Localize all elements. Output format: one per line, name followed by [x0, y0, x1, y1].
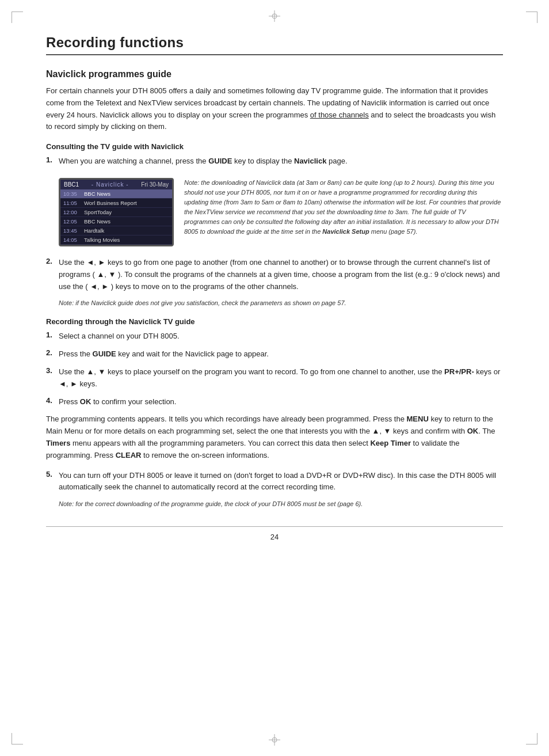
- step-r2-after: key and wait for the Naviclick page to a…: [116, 349, 269, 358]
- step-r1-item: 1. Select a channel on your DTH 8005.: [46, 330, 503, 343]
- para2-m5: to remove the on-screen informations.: [141, 451, 269, 459]
- tv-time-4: 12:05: [63, 218, 84, 225]
- tv-time-2: 11:05: [63, 200, 84, 206]
- tv-prog-6: Talking Movies: [84, 237, 120, 243]
- para2-before: The programming contents appears. It tel…: [46, 415, 407, 423]
- step-r3-text: Use the ▲, ▼ keys to place yourself on t…: [59, 367, 444, 376]
- step-r4-before: Press: [59, 397, 80, 406]
- step-r1-content: Select a channel on your DTH 8005.: [59, 330, 503, 343]
- tv-channel: BBC1: [64, 181, 79, 188]
- para2-b2: OK: [467, 427, 479, 435]
- corner-mark-bl: [12, 733, 23, 744]
- tv-prog-1: BBC News: [84, 191, 110, 197]
- title-rule: [46, 54, 503, 55]
- para2-b3: Timers: [46, 439, 70, 447]
- tv-screen: BBC1 - Naviclick - Fri 30-May 10:35 BBC …: [59, 178, 174, 246]
- step-r1-num: 1.: [46, 330, 59, 343]
- subheading-consulting: Consulting the TV guide with Naviclick: [46, 142, 503, 151]
- step-r4-item: 4. Press OK to confirm your selection.: [46, 396, 503, 408]
- step1-text-end: page.: [326, 157, 347, 165]
- step-r2-before: Press the: [59, 349, 93, 358]
- para2-b5: CLEAR: [116, 451, 142, 459]
- step-r3-item: 3. Use the ▲, ▼ keys to place yourself o…: [46, 366, 503, 390]
- step-r4-bold: OK: [80, 397, 92, 406]
- step-r5-item: 5. You can turn off your DTH 8005 or lea…: [46, 470, 503, 494]
- tv-row-1: 10:35 BBC News: [60, 189, 172, 199]
- tv-row-6: 14:05 Talking Movies: [60, 235, 172, 245]
- tv-nav-title: - Naviclick -: [92, 181, 129, 188]
- note-2: Note: if the Naviclick guide does not gi…: [59, 298, 503, 308]
- step-r3-num: 3.: [46, 366, 59, 390]
- section-heading-naviclick: Naviclick programmes guide: [46, 69, 503, 79]
- tv-time-6: 14:05: [63, 237, 84, 243]
- para2: The programming contents appears. It tel…: [46, 413, 503, 461]
- tv-prog-2: Worl Business Report: [84, 200, 137, 206]
- tv-header: BBC1 - Naviclick - Fri 30-May: [60, 180, 172, 189]
- tv-row-2: 11:05 Worl Business Report: [60, 199, 172, 208]
- page-title: Recording functions: [46, 35, 503, 51]
- page-number: 24: [46, 526, 503, 541]
- step1-bold2: Naviclick: [294, 157, 326, 165]
- step1-text-after: key to display the: [232, 157, 294, 165]
- tv-row-3: 12:00 SportToday: [60, 208, 172, 217]
- para2-m3: menu appears with all the programming pa…: [70, 439, 370, 447]
- step-r5-num: 5.: [46, 470, 59, 494]
- step-r3-bold: PR+/PR-: [444, 367, 474, 376]
- note1-end: menu (page 57).: [369, 228, 418, 235]
- corner-mark-br: [526, 733, 537, 744]
- step-r2-item: 2. Press the GUIDE key and wait for the …: [46, 348, 503, 360]
- tv-prog-5: Hardtalk: [84, 227, 104, 234]
- tv-row-4: 12:05 BBC News: [60, 217, 172, 226]
- step1-text-before: When you are watching a channel, press t…: [59, 157, 208, 165]
- para2-m2: . The: [478, 427, 495, 435]
- page-container: Recording functions Naviclick programmes…: [0, 0, 549, 756]
- step-r2-content: Press the GUIDE key and wait for the Nav…: [59, 348, 503, 360]
- step-r4-num: 4.: [46, 396, 59, 408]
- para2-b4: Keep Timer: [370, 439, 411, 447]
- tv-prog-4: BBC News: [84, 218, 110, 225]
- step-1-item: 1. When you are watching a channel, pres…: [46, 155, 503, 168]
- intro-underline: of those channels: [310, 111, 369, 119]
- note1-text: Note: the downloading of Naviclick data …: [184, 179, 501, 235]
- step-1-num: 1.: [46, 155, 59, 168]
- tv-date: Fri 30-May: [141, 181, 169, 188]
- note1-bold: Naviclick Setup: [322, 228, 369, 235]
- para2-b1: MENU: [407, 415, 429, 423]
- step-2-item: 2. Use the ◄, ► keys to go from one page…: [46, 257, 503, 292]
- note-3: Note: for the correct downloading of the…: [59, 499, 503, 509]
- corner-mark-tr: [526, 12, 537, 23]
- tv-prog-3: SportToday: [84, 209, 112, 215]
- step-r3-content: Use the ▲, ▼ keys to place yourself on t…: [59, 366, 503, 390]
- step-r4-after: to confirm your selection.: [91, 397, 176, 406]
- step-2-num: 2.: [46, 257, 59, 292]
- step1-bold1: GUIDE: [208, 157, 232, 165]
- step-r2-bold: GUIDE: [93, 349, 116, 358]
- note-naviclick: Note: the downloading of Naviclick data …: [184, 178, 503, 237]
- subheading-recording: Recording through the Naviclick TV guide: [46, 317, 503, 326]
- step-r2-num: 2.: [46, 348, 59, 360]
- crosshair-top: [269, 10, 280, 22]
- intro-paragraph: For certain channels your DTH 8005 offer…: [46, 85, 503, 133]
- step-2-content: Use the ◄, ► keys to go from one page to…: [59, 257, 503, 292]
- corner-mark-tl: [12, 12, 23, 23]
- tv-time-5: 13:45: [63, 227, 84, 234]
- step-r5-content: You can turn off your DTH 8005 or leave …: [59, 470, 503, 494]
- tv-row-5: 13:45 Hardtalk: [60, 226, 172, 235]
- tv-time-1: 10:35: [63, 191, 84, 197]
- step-1-content: When you are watching a channel, press t…: [59, 155, 503, 168]
- naviclick-screen-block: BBC1 - Naviclick - Fri 30-May 10:35 BBC …: [59, 178, 503, 246]
- tv-time-3: 12:00: [63, 209, 84, 215]
- crosshair-bottom: [269, 734, 280, 746]
- step-r4-content: Press OK to confirm your selection.: [59, 396, 503, 408]
